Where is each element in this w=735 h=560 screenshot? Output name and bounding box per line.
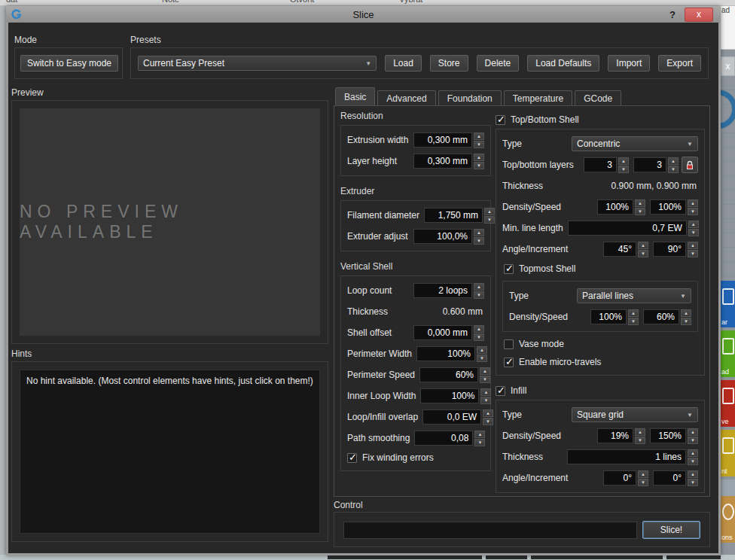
field-label: Type [502,138,572,149]
infill-checkbox[interactable] [496,386,505,396]
tab-panel-basic: Resolution Extrusion width 0,300 mm ▲▼ L… [334,105,710,497]
top-layers-input[interactable]: 3 [584,157,617,172]
path-smoothing-input[interactable]: 0,08 [414,431,473,446]
perimeter-speed-input[interactable]: 60% [419,367,478,382]
spinner[interactable]: ▲▼ [474,431,485,446]
topmost-type-select[interactable]: Parallel lines ▼ [577,288,691,303]
spinner[interactable]: ▲▼ [618,157,629,172]
spinner[interactable]: ▲▼ [668,157,679,172]
loop-count-input[interactable]: 2 loops [413,283,472,298]
tab-basic[interactable]: Basic [335,87,375,105]
delete-button[interactable]: Delete [477,55,520,72]
extruder-adjust-input[interactable]: 100,0% [413,229,472,244]
bg-save-button[interactable]: ve [721,380,735,427]
field-label: Loop count [347,285,409,296]
tbs-angle-input[interactable]: 45° [603,242,636,257]
control-section-label: Control [334,500,363,510]
spinner[interactable]: ▲▼ [484,208,495,223]
spinner[interactable]: ▲▼ [681,309,691,324]
export-button[interactable]: Export [658,55,701,72]
topmost-shell-header[interactable]: Topmost Shell [496,260,704,278]
spinner[interactable]: ▲▼ [628,309,639,324]
infill-angle-input[interactable]: 0° [603,470,636,485]
switch-easy-mode-button[interactable]: Switch to Easy mode [20,55,118,72]
close-button[interactable]: x [685,8,713,22]
slice-dialog: Slice ? x Mode Switch to Easy mode Prese… [6,6,721,555]
load-defaults-button[interactable]: Load Defaults [527,55,599,72]
topmost-density-input[interactable]: 100% [590,309,627,324]
infill-header[interactable]: Infill [496,382,705,400]
infill-type-select[interactable]: Square grid ▼ [572,407,698,422]
bg-clear-button[interactable]: ar [721,281,735,327]
shell-offset-input[interactable]: 0,000 mm [413,325,472,340]
infill-increment-input[interactable]: 0° [653,470,686,485]
field-label: Path smoothing [347,433,410,443]
load-button[interactable]: Load [385,55,422,72]
spinner[interactable]: ▲▼ [688,242,698,257]
spinner[interactable]: ▲▼ [474,283,484,298]
help-button[interactable]: ? [666,9,679,20]
spinner[interactable]: ▲▼ [474,132,484,148]
field-row: Type Square grid ▼ [496,404,704,425]
micro-travels-checkbox[interactable] [504,358,514,367]
bg-print-button[interactable]: nt [721,430,735,476]
inner-loop-width-input[interactable]: 100% [420,388,479,403]
field-row: Shell offset 0,000 mm ▲▼ [341,322,490,343]
loop-infill-overlap-input[interactable]: 0,0 EW [422,409,481,425]
hints-textarea[interactable]: No hint available. (Most control element… [20,370,320,534]
tbs-type-select[interactable]: Concentric ▼ [572,136,698,151]
spinner[interactable]: ▲▼ [688,470,698,485]
bg-toolbar-label: Otvorit [290,0,314,4]
spinner[interactable]: ▲▼ [480,367,490,382]
top-bottom-shell-header[interactable]: Top/Bottom Shell [496,111,705,129]
tab-foundation[interactable]: Foundation [438,90,502,105]
slice-button[interactable]: Slice! [642,521,700,539]
lock-layers-button[interactable] [682,157,698,173]
spinner[interactable]: ▲▼ [474,154,484,169]
tab-advanced[interactable]: Advanced [377,90,435,105]
infill-density-input[interactable]: 19% [597,428,633,443]
fix-winding-errors-checkbox[interactable] [347,453,357,463]
spinner[interactable]: ▲▼ [638,242,648,257]
spinner[interactable]: ▲▼ [635,199,645,215]
extrusion-width-input[interactable]: 0,300 mm [413,132,472,148]
topmost-speed-input[interactable]: 60% [643,309,679,324]
spinner[interactable]: ▲▼ [638,470,648,485]
fix-winding-errors-row[interactable]: Fix winding errors [341,449,490,467]
filament-diameter-input[interactable]: 1,750 mm [424,208,483,223]
spinner[interactable]: ▲▼ [688,199,698,215]
titlebar[interactable]: Slice ? x [6,6,721,23]
spinner[interactable]: ▲▼ [474,229,484,244]
preset-select[interactable]: Current Easy Preset ▼ [138,56,377,71]
layer-height-input[interactable]: 0,300 mm [413,154,472,169]
tbs-speed-input[interactable]: 100% [650,199,686,215]
bottom-layers-input[interactable]: 3 [633,157,666,172]
tab-temperature[interactable]: Temperature [504,90,572,105]
micro-travels-row[interactable]: Enable micro-travels [496,353,704,371]
spinner[interactable]: ▲▼ [474,325,484,340]
spinner[interactable]: ▲▼ [688,449,698,464]
bg-options-button[interactable]: ons [721,496,735,543]
tbs-increment-input[interactable]: 90° [653,242,686,257]
tbs-density-input[interactable]: 100% [597,199,633,215]
spinner[interactable]: ▲▼ [688,428,698,443]
spinner[interactable]: ▲▼ [480,388,491,403]
vase-mode-checkbox[interactable] [504,339,514,349]
field-row: Thickness 0.900 mm, 0.900 mm [496,175,704,196]
bg-close-button[interactable]: x [721,56,735,76]
tab-gcode[interactable]: GCode [575,90,621,105]
bg-load-button[interactable]: ad [721,330,735,377]
spinner[interactable]: ▲▼ [635,428,645,443]
topmost-shell-checkbox[interactable] [504,264,514,274]
perimeter-width-input[interactable]: 100% [416,346,475,361]
infill-speed-input[interactable]: 150% [650,428,686,443]
store-button[interactable]: Store [430,55,468,72]
spinner[interactable]: ▲▼ [483,409,493,425]
vase-mode-row[interactable]: Vase mode [496,335,704,353]
import-button[interactable]: Import [608,55,650,72]
top-bottom-shell-checkbox[interactable] [496,115,505,125]
min-line-length-input[interactable]: 0,7 EW [568,221,687,236]
spinner[interactable]: ▲▼ [688,221,699,236]
spinner[interactable]: ▲▼ [477,346,487,361]
infill-thickness-input[interactable]: 1 lines [567,449,686,464]
